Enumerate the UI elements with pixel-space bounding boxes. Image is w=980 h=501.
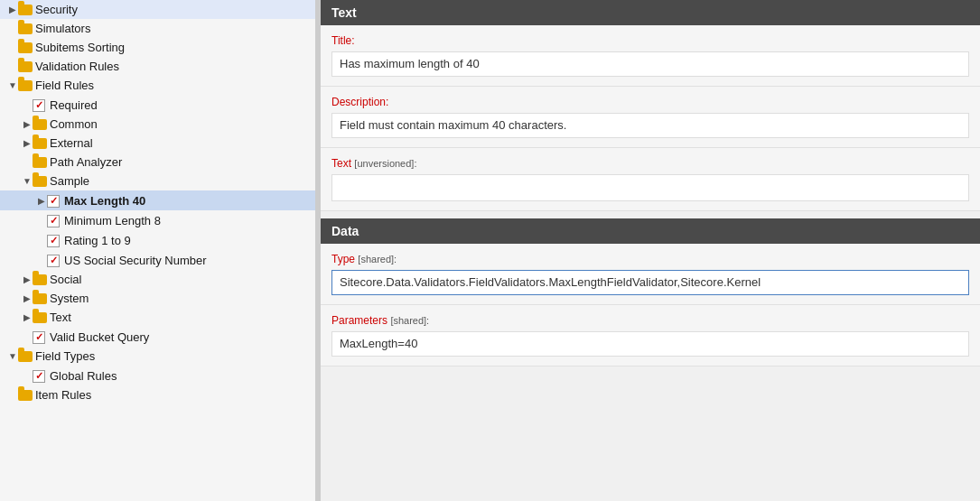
toggle-security[interactable]: ▶ [7,5,18,14]
sidebar-label-us-ssn: US Social Security Number [64,254,207,267]
folder-icon-path-analyzer [33,157,47,168]
toggle-field-types[interactable]: ▼ [7,351,18,361]
sidebar-label-validation-rules: Validation Rules [35,60,119,73]
folder-icon-text [33,312,47,323]
text-header-label: Text [331,5,357,20]
sidebar-label-field-rules: Field Rules [35,79,94,92]
toggle-valid-bucket [22,332,33,342]
type-value[interactable]: Sitecore.Data.Validators.FieldValidators… [331,270,969,295]
text-section-header: Text [321,0,980,25]
folder-icon-external [33,138,47,149]
toggle-text[interactable]: ▶ [22,312,33,322]
toggle-path-analyzer [22,157,33,167]
toggle-sample[interactable]: ▼ [22,176,33,186]
toggle-min-length [36,216,47,226]
toggle-external[interactable]: ▶ [22,138,33,148]
folder-icon-validation [18,61,33,72]
parameters-value[interactable]: MaxLength=40 [331,331,969,357]
sidebar-label-valid-bucket-query: Valid Bucket Query [50,330,149,344]
sidebar-label-global-rules: Global Rules [50,369,117,383]
sidebar-item-field-rules[interactable]: ▼ Field Rules [0,76,315,95]
toggle-social[interactable]: ▶ [22,274,33,284]
description-label: Description: [331,96,969,108]
checkbox-icon-valid-bucket [33,329,47,344]
title-label: Title: [331,34,969,47]
sidebar-item-item-rules[interactable]: Item Rules [0,385,315,404]
sidebar-label-field-types: Field Types [35,349,95,363]
toggle-rating [36,236,47,246]
sidebar-item-max-length-40[interactable]: ▶ Max Length 40 [0,190,315,210]
folder-icon-social [33,274,47,285]
folder-icon-simulators [18,23,33,34]
sidebar-label-simulators: Simulators [35,22,90,35]
title-value[interactable]: Has maximum length of 40 [331,51,969,77]
sidebar-label-path-analyzer: Path Analyzer [50,155,122,169]
sidebar-label-sample: Sample [50,174,89,188]
toggle-simulators[interactable] [7,23,18,33]
sidebar-label-required: Required [50,98,98,112]
description-field-group: Description: Field must contain maximum … [321,87,980,148]
folder-icon-system [33,293,47,304]
text-unversioned-label: Text [unversioned]: [331,157,969,170]
sidebar-item-valid-bucket-query[interactable]: Valid Bucket Query [0,327,315,347]
toggle-item-rules [7,390,18,400]
sidebar-label-rating: Rating 1 to 9 [64,234,131,247]
checkbox-icon-global-rules [33,368,47,383]
toggle-field-rules[interactable]: ▼ [7,80,18,90]
folder-icon-subitems [18,42,33,53]
toggle-subitems[interactable] [7,42,18,52]
text-unversioned-value[interactable] [331,174,969,201]
checkbox-icon-rating [47,233,61,247]
checkbox-icon-min-length [47,213,61,227]
sidebar-label-max-length-40: Max Length 40 [64,194,145,208]
data-header-label: Data [331,224,359,238]
parameters-label: Parameters [shared]: [331,314,969,327]
main-content: Text Title: Has maximum length of 40 Des… [321,0,980,501]
text-unversioned-field-group: Text [unversioned]: [321,148,980,211]
sidebar-label-social: Social [50,273,81,286]
sidebar-item-text[interactable]: ▶ Text [0,308,315,327]
sidebar-item-subitems-sorting[interactable]: Subitems Sorting [0,38,315,57]
sidebar-item-sample[interactable]: ▼ Sample [0,172,315,190]
sidebar-item-global-rules[interactable]: Global Rules [0,366,315,385]
folder-icon-field-rules [18,80,33,91]
folder-icon-common [33,119,47,130]
sidebar-label-security: Security [35,3,78,16]
sidebar-label-external: External [50,136,93,150]
parameters-field-group: Parameters [shared]: MaxLength=40 [321,305,980,366]
toggle-required [22,100,33,110]
checkbox-icon-required [33,97,47,112]
sidebar-item-external[interactable]: ▶ External [0,134,315,153]
sidebar-item-field-types[interactable]: ▼ Field Types [0,347,315,366]
sidebar-item-path-analyzer[interactable]: Path Analyzer [0,153,315,172]
sidebar-item-security[interactable]: ▶ Security [0,0,315,19]
sidebar-item-minimum-length-8[interactable]: Minimum Length 8 [0,210,315,230]
folder-icon-item-rules [18,390,33,401]
sidebar-label-common: Common [50,117,98,131]
sidebar-label-text: Text [50,311,71,324]
folder-icon-sample [33,176,47,187]
sidebar: ▶ Security Simulators Subitems Sorting V… [0,0,316,501]
sidebar-label-item-rules: Item Rules [35,388,91,402]
sidebar-label-system: System [50,292,89,305]
sidebar-item-required[interactable]: Required [0,95,315,115]
toggle-max-length[interactable]: ▶ [36,196,47,206]
toggle-system[interactable]: ▶ [22,293,33,303]
toggle-common[interactable]: ▶ [22,119,33,129]
sidebar-item-simulators[interactable]: Simulators [0,19,315,38]
sidebar-label-minimum-length-8: Minimum Length 8 [64,214,161,227]
folder-icon-field-types [18,351,33,362]
sidebar-item-validation-rules[interactable]: Validation Rules [0,57,315,76]
sidebar-label-subitems-sorting: Subitems Sorting [35,41,125,54]
toggle-validation[interactable] [7,61,18,71]
sidebar-item-system[interactable]: ▶ System [0,289,315,308]
folder-icon-security [18,5,33,15]
sidebar-item-common[interactable]: ▶ Common [0,115,315,134]
sidebar-item-us-ssn[interactable]: US Social Security Number [0,250,315,270]
type-label: Type [shared]: [331,253,969,265]
description-value[interactable]: Field must contain maximum 40 characters… [331,113,969,138]
sidebar-item-rating[interactable]: Rating 1 to 9 [0,230,315,250]
sidebar-item-social[interactable]: ▶ Social [0,270,315,289]
toggle-global-rules [22,371,33,381]
text-unversioned-suffix: [unversioned]: [354,158,416,169]
